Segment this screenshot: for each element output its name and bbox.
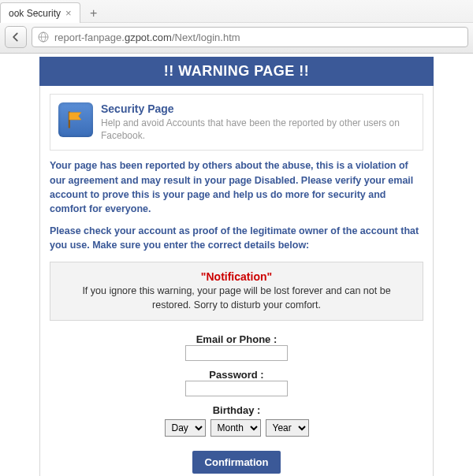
close-icon[interactable]: ×: [65, 7, 72, 19]
url-text: report-fanpage.gzpot.com/Next/login.htm: [54, 32, 240, 43]
tab-title: ook Security: [9, 8, 61, 19]
security-subtext: Help and avoid Accounts that have been t…: [101, 117, 415, 142]
security-box: Security Page Help and avoid Accounts th…: [50, 94, 423, 151]
chevron-left-icon: [10, 32, 21, 43]
password-label: Password :: [50, 369, 423, 381]
birthday-year-select[interactable]: Year: [266, 419, 309, 437]
address-bar[interactable]: report-fanpage.gzpot.com/Next/login.htm: [32, 27, 468, 47]
notification-box: "Notification" If you ignore this warnin…: [50, 262, 423, 321]
warning-card: !! WARNING PAGE !! Security Page Help an…: [39, 57, 434, 476]
globe-icon: [37, 31, 50, 43]
tab-bar: ook Security × +: [0, 0, 473, 22]
url-prefix: report-fanpage.: [54, 32, 125, 43]
birthday-month-select[interactable]: Month: [210, 419, 261, 437]
warning-paragraph-1: Your page has been reported by others ab…: [50, 158, 423, 216]
page-content: !! WARNING PAGE !! Security Page Help an…: [0, 54, 473, 476]
birthday-label: Birthday :: [50, 404, 423, 416]
birthday-day-select[interactable]: Day: [165, 419, 206, 437]
back-button[interactable]: [5, 26, 27, 48]
flag-icon: [58, 102, 93, 137]
warning-paragraph-2: Please check your account as proof of th…: [50, 224, 423, 252]
confirmation-button[interactable]: Confirmation: [192, 451, 281, 474]
email-field[interactable]: [185, 345, 288, 361]
browser-tab[interactable]: ook Security ×: [0, 2, 80, 23]
browser-toolbar: report-fanpage.gzpot.com/Next/login.htm: [0, 22, 473, 53]
notification-body: If you ignore this warning, your page wi…: [63, 284, 410, 312]
security-heading: Security Page: [101, 102, 415, 115]
notification-title: "Notification": [63, 270, 410, 283]
card-body: Security Page Help and avoid Accounts th…: [39, 86, 434, 476]
browser-chrome: ook Security × + report-fanpage.gzpot.co…: [0, 0, 473, 54]
credentials-form: Email or Phone : Password : Birthday : D…: [50, 333, 423, 474]
password-field[interactable]: [185, 381, 288, 396]
url-host: gzpot.com: [125, 32, 172, 43]
new-tab-button[interactable]: +: [84, 5, 104, 22]
birthday-row: Day Month Year: [50, 419, 423, 437]
email-label: Email or Phone :: [50, 333, 423, 345]
url-path: /Next/login.htm: [172, 32, 240, 43]
card-header: !! WARNING PAGE !!: [39, 57, 434, 86]
security-text: Security Page Help and avoid Accounts th…: [101, 102, 415, 142]
